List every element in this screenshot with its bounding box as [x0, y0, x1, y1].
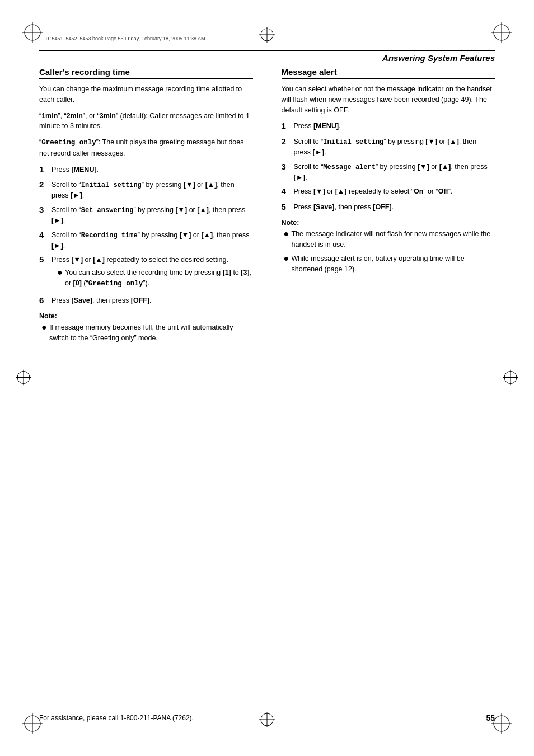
side-mark-right — [503, 369, 518, 387]
right-step-4: 4 Press [▼] or [▲] repeatedly to select … — [282, 186, 495, 198]
left-step-4-num: 4 — [39, 229, 51, 251]
left-note: Note: ● If message memory becomes full, … — [39, 312, 253, 344]
right-column: Message alert You can select whether or … — [276, 67, 495, 700]
left-step-2: 2 Scroll to “Initial setting” by pressin… — [39, 180, 253, 201]
left-step-1-text: Press [MENU]. — [51, 165, 253, 176]
right-note-bullet-1-text: The message indicator will not flash for… — [292, 229, 495, 250]
side-mark-top-center — [259, 27, 275, 44]
page: TG5451_5452_5453.book Page 55 Friday, Fe… — [0, 0, 534, 756]
left-note-bullets: ● If message memory becomes full, the un… — [41, 322, 253, 344]
left-intro-1: You can change the maximum message recor… — [39, 84, 253, 105]
right-note-bullet-2: ● While message alert is on, battery ope… — [284, 253, 495, 275]
left-intro-3: “Greeting only”: The unit plays the gree… — [39, 137, 253, 159]
left-column: Caller's recording time You can change t… — [39, 67, 259, 700]
right-step-1-text: Press [MENU]. — [294, 121, 495, 133]
left-step-1-num: 1 — [39, 163, 51, 176]
left-step-3-num: 3 — [39, 204, 51, 226]
right-note: Note: ● The message indicator will not f… — [282, 219, 495, 274]
right-step-5: 5 Press [Save], then press [OFF]. — [282, 202, 495, 214]
left-step-5-text: Press [▼] or [▲] repeatedly to select th… — [51, 255, 253, 291]
left-step-2-text: Scroll to “Initial setting” by pressing … — [51, 180, 253, 201]
left-step-6: 6 Press [Save], then press [OFF]. — [39, 295, 253, 307]
header-title: Answering System Features — [382, 53, 495, 63]
right-step-5-text: Press [Save], then press [OFF]. — [294, 202, 495, 214]
right-step-2-text: Scroll to “Initial setting” by pressing … — [294, 137, 495, 158]
right-step-2-num: 2 — [282, 135, 294, 158]
left-section-title: Caller's recording time — [39, 67, 253, 79]
bullet-icon: ● — [57, 268, 65, 289]
bullet-icon: ● — [284, 254, 292, 275]
bullet-icon: ● — [41, 323, 49, 344]
left-step-1: 1 Press [MENU]. — [39, 165, 253, 176]
left-step-5: 5 Press [▼] or [▲] repeatedly to select … — [39, 255, 253, 291]
right-step-1-num: 1 — [282, 120, 294, 133]
page-number: 55 — [486, 713, 495, 722]
left-step-4: 4 Scroll to “Recording time” by pressing… — [39, 230, 253, 251]
right-step-2: 2 Scroll to “Initial setting” by pressin… — [282, 137, 495, 158]
right-section-title: Message alert — [282, 67, 495, 79]
left-step-3-text: Scroll to “Set answering” by pressing [▼… — [51, 205, 253, 226]
left-step-6-num: 6 — [39, 294, 51, 307]
right-step-3-num: 3 — [282, 161, 294, 183]
right-note-title: Note: — [282, 219, 495, 227]
left-step-2-num: 2 — [39, 179, 51, 201]
file-reference: TG5451_5452_5453.book Page 55 Friday, Fe… — [45, 36, 205, 41]
content-area: Caller's recording time You can change t… — [39, 67, 495, 700]
right-step-1: 1 Press [MENU]. — [282, 121, 495, 133]
side-mark-left — [16, 369, 31, 387]
left-step-5-subbullets: ● You can also select the recording time… — [57, 267, 253, 289]
right-note-bullets: ● The message indicator will not flash f… — [284, 229, 495, 274]
corner-mark-tl — [22, 22, 43, 43]
right-note-bullet-2-text: While message alert is on, battery opera… — [292, 253, 495, 275]
left-step-6-text: Press [Save], then press [OFF]. — [51, 295, 253, 307]
right-note-bullet-1: ● The message indicator will not flash f… — [284, 229, 495, 250]
bullet-icon: ● — [284, 229, 292, 250]
left-step-5-num: 5 — [39, 253, 51, 291]
right-step-4-num: 4 — [282, 185, 294, 198]
left-step-5-subbullet-1: ● You can also select the recording time… — [57, 267, 253, 289]
right-step-4-text: Press [▼] or [▲] repeatedly to select “O… — [294, 186, 495, 198]
right-step-3: 3 Scroll to “Message alert” by pressing … — [282, 162, 495, 183]
left-step-5-subbullet-text: You can also select the recording time b… — [65, 267, 253, 289]
left-note-bullet-1-text: If message memory becomes full, the unit… — [49, 322, 253, 344]
right-step-3-text: Scroll to “Message alert” by pressing [▼… — [294, 162, 495, 183]
footer: For assistance, please call 1-800-211-PA… — [39, 710, 495, 722]
corner-mark-tr — [491, 22, 512, 43]
left-step-3: 3 Scroll to “Set answering” by pressing … — [39, 205, 253, 226]
right-intro: You can select whether or not the messag… — [282, 84, 495, 115]
left-note-bullet-1: ● If message memory becomes full, the un… — [41, 322, 253, 344]
footer-text: For assistance, please call 1-800-211-PA… — [39, 714, 194, 722]
left-intro-2: “1min”, “2min”, or “3min” (default): Cal… — [39, 111, 253, 132]
left-note-title: Note: — [39, 312, 253, 320]
right-step-5-num: 5 — [282, 201, 294, 214]
left-step-4-text: Scroll to “Recording time” by pressing [… — [51, 230, 253, 251]
header: Answering System Features — [39, 50, 495, 63]
